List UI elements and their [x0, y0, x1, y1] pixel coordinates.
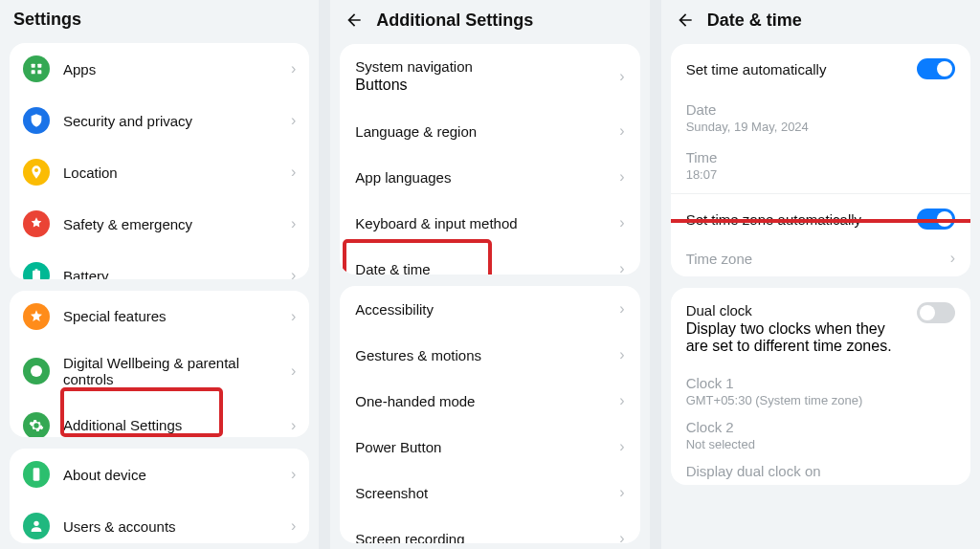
row-date: Date Sunday, 19 May, 2024 [671, 94, 970, 142]
row-accessibility[interactable]: Accessibility › [340, 286, 639, 332]
chevron-right-icon: › [291, 466, 296, 483]
chevron-right-icon: › [619, 300, 624, 318]
chevron-right-icon: › [619, 392, 624, 409]
datetime-card-1: Set time automatically Date Sunday, 19 M… [671, 44, 970, 276]
datetime-card-2: Dual clock Display two clocks when they … [671, 288, 970, 485]
row-label: One-handed mode [355, 393, 608, 409]
row-time: Time 18:07 [671, 142, 970, 193]
row-label: Users & accounts [63, 518, 278, 535]
additional-card-2: Accessibility › Gestures & motions › One… [340, 286, 639, 543]
panel-header: Date & time [661, 0, 980, 38]
row-screen-recording[interactable]: Screen recording › [340, 516, 639, 543]
row-security[interactable]: Security and privacy › [10, 95, 309, 146]
row-about-device[interactable]: About device › [10, 449, 309, 500]
row-label: Apps [63, 61, 278, 77]
row-special-features[interactable]: Special features › [10, 291, 309, 342]
row-label: Screen recording [355, 531, 608, 543]
row-keyboard-input[interactable]: Keyboard & input method › [340, 200, 639, 246]
row-wellbeing[interactable]: Digital Wellbeing & parental controls › [10, 342, 309, 400]
toggle-auto-time[interactable] [917, 58, 955, 79]
device-icon [23, 461, 50, 488]
svg-point-6 [33, 521, 38, 526]
row-location[interactable]: Location › [10, 146, 309, 198]
row-auto-timezone[interactable]: Set time zone automatically [671, 194, 970, 244]
panel-header: Settings [0, 0, 319, 37]
shield-icon [23, 107, 50, 134]
row-label: Language & region [355, 123, 608, 140]
row-system-navigation[interactable]: System navigation Buttons › [340, 44, 639, 108]
row-label: About device [63, 467, 278, 483]
date-time-panel: Date & time Set time automatically Date … [661, 0, 980, 549]
row-auto-time[interactable]: Set time automatically [671, 44, 970, 94]
page-title: Settings [13, 10, 81, 30]
row-app-languages[interactable]: App languages › [340, 154, 639, 200]
chevron-right-icon: › [291, 267, 296, 279]
svg-rect-0 [32, 64, 35, 68]
row-label: Set time zone automatically [686, 211, 905, 228]
chevron-right-icon: › [291, 60, 296, 77]
row-label: Power Button [355, 439, 608, 455]
row-battery[interactable]: Battery › [10, 250, 309, 279]
row-label: Dual clock [686, 302, 905, 318]
row-language-region[interactable]: Language & region › [340, 108, 639, 154]
apps-icon [23, 55, 50, 82]
chevron-right-icon: › [619, 438, 624, 455]
settings-card-1: Apps › Security and privacy › Location ›… [10, 43, 309, 279]
star-icon [23, 303, 50, 330]
row-date-time[interactable]: Date & time › [340, 246, 639, 274]
chevron-right-icon: › [291, 362, 296, 380]
row-power-button[interactable]: Power Button › [340, 424, 639, 470]
row-value: GMT+05:30 (System time zone) [686, 393, 955, 407]
row-label: Keyboard & input method [355, 215, 608, 231]
chevron-right-icon: › [619, 260, 624, 274]
location-icon [23, 159, 50, 186]
row-label: Clock 1 [686, 375, 955, 391]
row-label: Accessibility [355, 301, 608, 318]
row-label: Time zone [686, 251, 939, 267]
settings-card-3: About device › Users & accounts › [10, 449, 309, 543]
row-label: Location [63, 165, 278, 181]
chevron-right-icon: › [619, 214, 624, 231]
chevron-right-icon: › [291, 517, 296, 535]
row-label: Digital Wellbeing & parental controls [63, 355, 278, 387]
svg-rect-2 [32, 70, 35, 74]
gear-icon [23, 412, 50, 438]
row-clock1: Clock 1 GMT+05:30 (System time zone) [671, 369, 970, 413]
toggle-dual-clock[interactable] [917, 302, 955, 323]
row-clock2: Clock 2 Not selected [671, 413, 970, 457]
panel-header: Additional Settings [330, 0, 649, 38]
row-label: Time [686, 149, 955, 165]
row-users-accounts[interactable]: Users & accounts › [10, 500, 309, 543]
toggle-auto-timezone[interactable] [917, 209, 955, 230]
row-screenshot[interactable]: Screenshot › [340, 470, 639, 516]
row-gestures-motions[interactable]: Gestures & motions › [340, 332, 639, 378]
settings-card-2: Special features › Digital Wellbeing & p… [10, 291, 309, 438]
chevron-right-icon: › [619, 68, 624, 85]
row-display-dual: Display dual clock on [671, 457, 970, 485]
row-safety[interactable]: Safety & emergency › [10, 198, 309, 250]
row-value: Not selected [686, 437, 955, 451]
chevron-right-icon: › [291, 417, 296, 434]
back-icon[interactable] [344, 10, 365, 31]
page-title: Date & time [707, 11, 802, 31]
row-apps[interactable]: Apps › [10, 43, 309, 95]
svg-point-4 [31, 365, 42, 377]
chevron-right-icon: › [619, 530, 624, 543]
row-value: Sunday, 19 May, 2024 [686, 120, 955, 134]
additional-card-1: System navigation Buttons › Language & r… [340, 44, 639, 274]
settings-panel: Settings Apps › Security and privacy › L… [0, 0, 319, 549]
row-one-handed[interactable]: One-handed mode › [340, 378, 639, 424]
chevron-right-icon: › [619, 346, 624, 363]
row-sublabel: Buttons [355, 77, 608, 94]
chevron-right-icon: › [291, 308, 296, 325]
row-label: Date [686, 101, 955, 118]
page-title: Additional Settings [376, 11, 533, 31]
row-label: Battery [63, 268, 278, 279]
row-label: Gestures & motions [355, 347, 608, 363]
back-icon[interactable] [675, 10, 696, 31]
row-additional-settings[interactable]: Additional Settings › [10, 400, 309, 438]
row-label: Date & time [355, 261, 608, 275]
chevron-right-icon: › [291, 215, 296, 232]
row-dual-clock[interactable]: Dual clock Display two clocks when they … [671, 288, 970, 369]
row-label: Set time automatically [686, 61, 905, 77]
